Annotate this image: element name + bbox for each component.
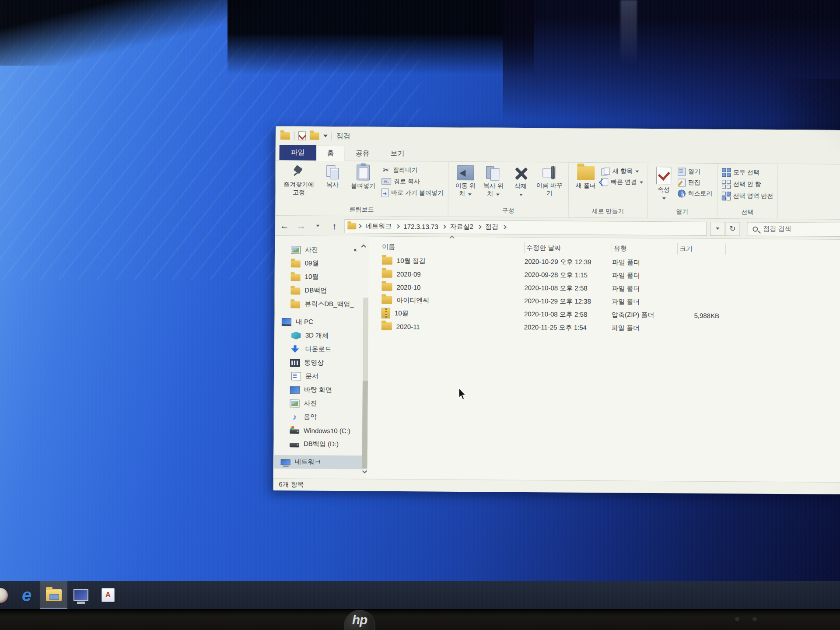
taskbar-item-file-explorer[interactable]	[40, 581, 67, 609]
breadcrumb[interactable]: 네트워크 172.3.13.73 자료실2 점검	[344, 219, 707, 236]
search-input[interactable]: 점검 검색	[747, 222, 840, 237]
sidebar-item-this-pc[interactable]: 내 PC	[275, 315, 368, 329]
column-header-size[interactable]: 크기	[678, 243, 726, 255]
tab-file[interactable]: 파일	[279, 145, 316, 161]
monitor-screen: 점검 파일 홈 공유 보기 즐겨찾기에 고정	[0, 0, 840, 609]
clipboard-icon	[357, 164, 370, 180]
breadcrumb-host[interactable]: 172.3.13.73	[401, 223, 441, 231]
address-dropdown-button[interactable]	[710, 221, 725, 235]
taskbar-item-partial[interactable]	[0, 581, 13, 609]
select-none-button[interactable]: 선택 안 함	[722, 180, 774, 189]
sidebar-item-videos[interactable]: 동영상	[274, 356, 368, 370]
breadcrumb-share[interactable]: 자료실2	[448, 223, 476, 231]
sidebar-item-network[interactable]: 네트워크	[274, 455, 368, 469]
sidebar-item-music[interactable]: ♪ 음악	[274, 410, 368, 424]
new-folder-qat-icon[interactable]	[310, 132, 319, 140]
search-icon	[752, 226, 758, 231]
scissors-icon: ✂	[382, 166, 390, 175]
tab-home[interactable]: 홈	[316, 146, 345, 161]
recent-locations-button[interactable]	[311, 219, 324, 232]
breadcrumb-chevron	[477, 225, 482, 229]
copy-to-icon	[485, 165, 502, 180]
sidebar-item-pictures-pinned[interactable]: 사진 ✦	[275, 243, 369, 257]
column-header-type[interactable]: 유형	[612, 242, 678, 254]
new-folder-button[interactable]: 새 폴더	[573, 165, 598, 190]
tab-share[interactable]: 공유	[345, 146, 380, 161]
file-explorer-icon	[46, 589, 62, 601]
up-button[interactable]: ↑	[328, 219, 341, 232]
cut-button[interactable]: ✂ 잘라내기	[382, 166, 444, 175]
breadcrumb-chevron	[502, 225, 507, 229]
breadcrumb-chevron	[396, 224, 400, 229]
delete-button[interactable]: 삭제	[509, 165, 533, 198]
sidebar-item-09month[interactable]: 09월	[275, 256, 369, 270]
select-all-button[interactable]: 모두 선택	[722, 168, 774, 177]
sidebar-item-documents[interactable]: 문서	[274, 369, 368, 383]
sidebar-item-drive-c[interactable]: Windows10 (C:)	[274, 424, 368, 438]
new-item-button[interactable]: 새 항목	[601, 167, 643, 175]
ceiling-shadow-middle	[228, 0, 534, 74]
paste-button[interactable]: 붙여넣기	[347, 164, 379, 190]
rename-button[interactable]: 이름 바꾸기	[535, 165, 564, 197]
breadcrumb-network[interactable]: 네트워크	[363, 222, 394, 231]
forward-button[interactable]: →	[294, 219, 308, 232]
hp-logo: hp	[344, 610, 375, 630]
sidebar-item-10month[interactable]: 10월	[275, 270, 368, 284]
folder-icon	[290, 287, 300, 294]
network-icon	[281, 459, 290, 465]
copy-button[interactable]: 복사	[320, 164, 345, 189]
breadcrumb-current[interactable]: 점검	[483, 223, 501, 231]
app-orb-icon	[0, 588, 8, 603]
breadcrumb-chevron	[357, 224, 362, 228]
copy-to-button[interactable]: 복사 위치	[481, 164, 507, 197]
copy-path-button[interactable]: W.. 경로 복사	[382, 178, 444, 186]
computer-icon	[74, 589, 88, 601]
open-button[interactable]: 열기	[678, 168, 713, 176]
dropdown-caret	[496, 193, 500, 196]
move-to-icon	[457, 165, 474, 180]
taskbar-item-edge[interactable]: e	[13, 581, 40, 609]
divider	[332, 132, 332, 140]
tab-view[interactable]: 보기	[380, 147, 415, 161]
edit-button[interactable]: 편집	[678, 178, 713, 187]
refresh-button[interactable]: ↻	[725, 222, 740, 236]
invert-selection-button[interactable]: 선택 영역 반전	[722, 192, 774, 201]
window-title: 점검	[336, 131, 350, 140]
taskbar-item-app[interactable]: A	[94, 581, 122, 609]
taskbar: e A	[0, 581, 840, 609]
pin-to-quick-access-button[interactable]: 즐겨찾기에 고정	[280, 163, 318, 196]
back-button[interactable]: ←	[278, 219, 291, 232]
properties-qat-icon[interactable]	[298, 131, 306, 140]
file-row[interactable]: 2020-11 2020-11-25 오후 1:54 파일 폴더	[380, 320, 840, 336]
sidebar-item-3d-objects[interactable]: 3D 개체	[275, 329, 368, 343]
paste-shortcut-button[interactable]: 바로 가기 붙여넣기	[382, 189, 444, 198]
sidebar-item-downloads[interactable]: 다운로드	[274, 342, 368, 356]
sidebar-item-pictures[interactable]: 사진	[274, 396, 368, 410]
bezel-button	[735, 617, 739, 621]
copy-path-icon: W..	[382, 178, 391, 185]
dropdown-caret	[468, 193, 472, 196]
sidebar-item-drive-d[interactable]: DB백업 (D:)	[274, 437, 368, 451]
item-count: 6개 항목	[279, 480, 304, 489]
select-all-icon	[722, 168, 731, 177]
sidebar-item-desktop[interactable]: 바탕 화면	[274, 383, 368, 397]
folder-icon	[382, 322, 392, 330]
divider	[294, 131, 294, 140]
reflection-streak	[620, 0, 637, 66]
move-to-button[interactable]: 이동 위치	[453, 164, 479, 197]
sidebar-item-vulixdb-backup[interactable]: 뷰릭스DB_백업_	[275, 297, 368, 311]
easy-access-button[interactable]: 빠른 연결	[601, 178, 643, 186]
taskbar-item-computer[interactable]	[67, 581, 94, 609]
column-header-name[interactable]: 이름	[380, 241, 525, 253]
customize-qat-icon[interactable]	[323, 135, 328, 137]
sidebar-item-dbbackup[interactable]: DB백업	[275, 284, 368, 298]
breadcrumb-chevron	[442, 224, 446, 229]
open-icon	[678, 168, 686, 175]
column-header-date[interactable]: 수정한 날짜	[525, 242, 612, 254]
history-button[interactable]: 히스토리	[678, 189, 713, 198]
drive-d-icon	[290, 443, 299, 447]
dropdown-caret	[716, 228, 719, 230]
properties-button[interactable]: 속성	[652, 166, 675, 201]
folder-icon	[291, 274, 301, 281]
new-folder-icon	[577, 166, 595, 180]
